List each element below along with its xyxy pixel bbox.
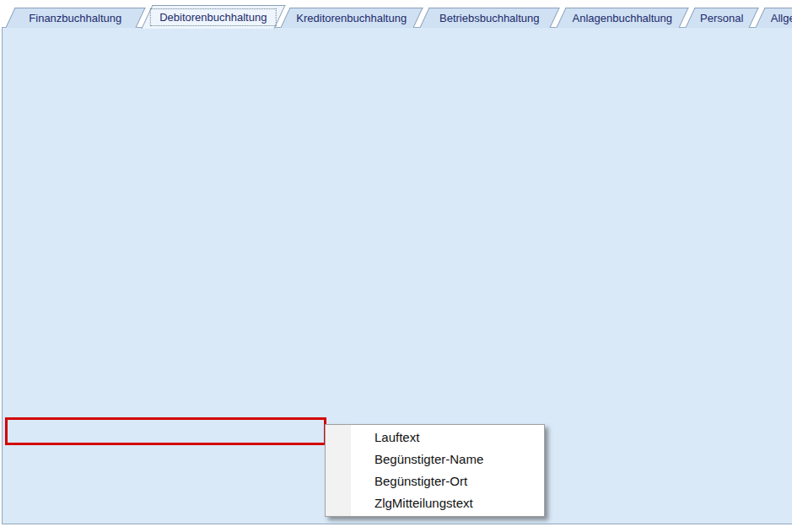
tab-kreditorenbuchhaltung[interactable]: Kreditorenbuchhaltung (280, 8, 423, 28)
menu-item-lauftext[interactable]: Lauftext (326, 427, 544, 449)
settings-window: Finanzbuchhaltung Kreditorenbuchhaltung … (0, 0, 792, 532)
menu-item-zlgmitteilungstext[interactable]: ZlgMitteilungstext (326, 492, 544, 514)
tab-debitorenbuchhaltung[interactable]: Debitorenbuchhaltung (141, 5, 285, 29)
menu-item-beguenstigter-ort[interactable]: Begünstigter-Ort (326, 470, 544, 492)
menu-item-beguenstigter-name[interactable]: Begünstigter-Name (326, 449, 544, 470)
tab-personal[interactable]: Personal (685, 8, 758, 28)
tab-allgemein[interactable]: Allge (755, 8, 792, 28)
tab-finanzbuchhaltung[interactable]: Finanzbuchhaltung (5, 8, 145, 28)
tab-anlagenbuchhaltung[interactable]: Anlagenbuchhaltung (556, 8, 688, 28)
tab-betriebsbuchhaltung[interactable]: Betriebsbuchhaltung (419, 8, 559, 28)
context-menu: Lauftext Begünstigter-Name Begünstigter-… (325, 424, 545, 517)
